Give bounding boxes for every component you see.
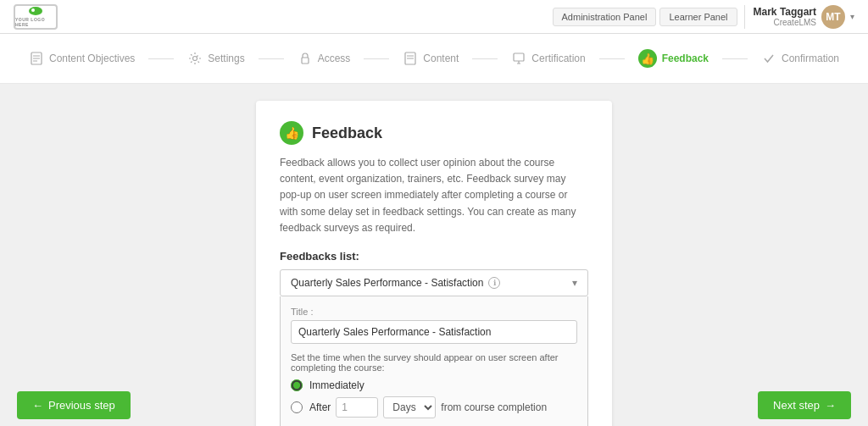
step-certification[interactable]: Certification (499, 46, 597, 71)
step-label: Confirmation (782, 53, 839, 64)
step-label: Certification (531, 53, 585, 64)
next-label: Next step (773, 399, 820, 412)
certification-icon (511, 51, 526, 66)
svg-rect-9 (514, 53, 524, 61)
user-info: Mark Taggart CreateLMS MT ▾ (744, 5, 854, 29)
feedback-dropdown[interactable]: Quarterly Sales Performance - Satisfacti… (280, 269, 588, 296)
feedback-card: 👍 Feedback Feedback allows you to collec… (256, 101, 612, 426)
step-divider (472, 58, 498, 59)
step-label: Settings (208, 53, 244, 64)
dropdown-title: Quarterly Sales Performance - Satisfacti… (291, 277, 483, 289)
avatar: MT (821, 5, 845, 29)
logo: YOUR LOGO HERE (14, 4, 58, 30)
step-access[interactable]: Access (286, 46, 363, 71)
next-step-button[interactable]: Next step → (758, 391, 851, 419)
access-icon (298, 51, 313, 66)
admin-links: Administration Panel Learner Panel (553, 8, 737, 26)
right-arrow-icon: → (825, 399, 836, 412)
step-nav: Content Objectives Settings Access Conte… (0, 34, 868, 84)
title-input[interactable] (291, 320, 577, 344)
main-content: 👍 Feedback Feedback allows you to collec… (0, 84, 868, 426)
svg-point-4 (193, 57, 198, 61)
timing-label: Set the time when the survey should appe… (291, 352, 577, 373)
feedback-icon: 👍 (638, 49, 657, 68)
step-confirmation[interactable]: Confirmation (749, 46, 851, 71)
step-divider (259, 58, 284, 59)
user-text: Mark Taggart CreateLMS (754, 6, 816, 27)
left-arrow-icon: ← (32, 399, 43, 412)
info-icon: ℹ (488, 277, 500, 289)
confirmation-icon (761, 51, 776, 66)
step-divider (148, 58, 174, 59)
admin-panel-button[interactable]: Administration Panel (553, 8, 657, 26)
feedbacks-list-label: Feedbacks list: (280, 250, 588, 263)
step-settings[interactable]: Settings (175, 46, 256, 71)
title-field-label: Title : (291, 307, 577, 317)
title-field-row: Title : (291, 307, 577, 344)
card-description: Feedback allows you to collect user opin… (280, 155, 588, 236)
top-right: Administration Panel Learner Panel Mark … (553, 5, 854, 29)
user-name: Mark Taggart (754, 6, 816, 18)
step-feedback[interactable]: 👍 Feedback (626, 44, 721, 73)
svg-rect-5 (302, 58, 309, 64)
step-divider (364, 58, 389, 59)
previous-step-button[interactable]: ← Previous step (17, 391, 131, 419)
step-content[interactable]: Content (391, 46, 470, 71)
step-label: Feedback (662, 53, 709, 64)
step-label: Content Objectives (49, 53, 135, 64)
chevron-down-icon: ▾ (572, 277, 577, 289)
chevron-down-icon[interactable]: ▾ (850, 12, 854, 21)
thumbs-up-icon: 👍 (280, 121, 303, 145)
content-icon (403, 51, 418, 66)
bottom-bar: ← Previous step Next step → (0, 384, 868, 426)
settings-icon (187, 51, 203, 66)
learner-panel-button[interactable]: Learner Panel (659, 8, 737, 26)
step-divider (722, 58, 748, 59)
card-title: Feedback (312, 124, 382, 142)
step-divider (599, 58, 625, 59)
step-content-objectives[interactable]: Content Objectives (17, 46, 147, 71)
dropdown-left: Quarterly Sales Performance - Satisfacti… (291, 277, 500, 289)
top-bar: YOUR LOGO HERE Administration Panel Lear… (0, 0, 868, 34)
step-label: Content (423, 53, 459, 64)
step-label: Access (318, 53, 351, 64)
content-objectives-icon (29, 51, 44, 66)
user-sub: CreateLMS (754, 18, 816, 27)
prev-label: Previous step (48, 399, 115, 412)
card-header: 👍 Feedback (280, 121, 588, 145)
